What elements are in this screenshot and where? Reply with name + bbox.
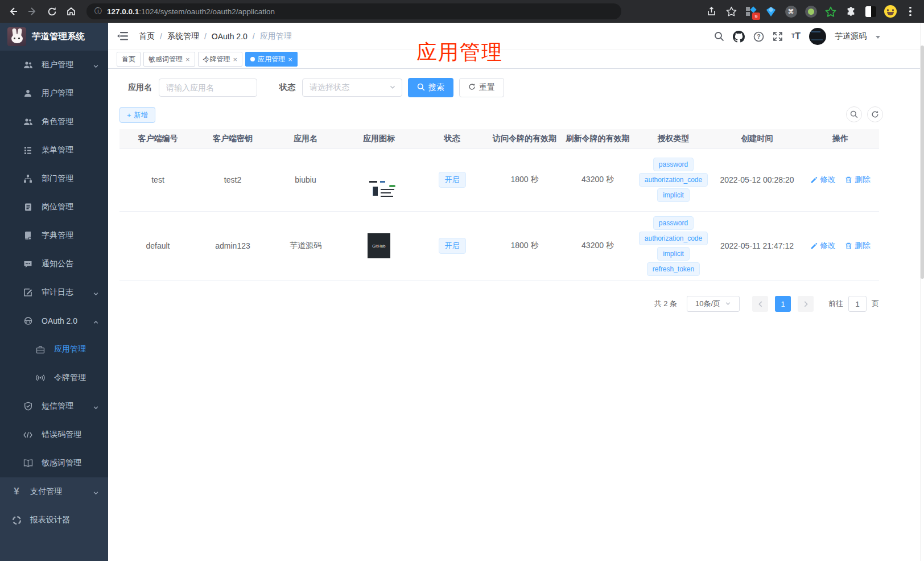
refresh-table-button[interactable] bbox=[867, 106, 883, 122]
sidebar-item-menu[interactable]: 菜单管理 bbox=[0, 136, 108, 164]
sidebar-item-audit[interactable]: 审计日志 bbox=[0, 278, 108, 307]
sidebar-item-dept[interactable]: 部门管理 bbox=[0, 164, 108, 193]
chevron-down-icon[interactable] bbox=[875, 31, 881, 42]
font-size-icon[interactable]: TT bbox=[791, 32, 801, 41]
sidebar-item-label: 通知公告 bbox=[42, 259, 73, 269]
edit-pencil-icon bbox=[810, 242, 818, 250]
edit-link[interactable]: 修改 bbox=[810, 241, 836, 251]
tag-home[interactable]: 首页 bbox=[117, 52, 141, 67]
sidebar-item-report-designer[interactable]: 报表设计器 bbox=[0, 506, 108, 534]
sidebar-item-pay[interactable]: ¥ 支付管理 bbox=[0, 477, 108, 506]
edit-link[interactable]: 修改 bbox=[810, 175, 836, 185]
grant-tag: refresh_token bbox=[647, 262, 700, 276]
breadcrumb-home[interactable]: 首页 bbox=[139, 31, 155, 42]
delete-link[interactable]: 删除 bbox=[845, 175, 871, 185]
delete-link[interactable]: 删除 bbox=[845, 241, 871, 251]
grant-tag: implicit bbox=[657, 247, 690, 261]
vue-devtools-gem-icon[interactable] bbox=[763, 3, 779, 19]
help-icon[interactable]: ? bbox=[753, 31, 764, 42]
app-name-input[interactable] bbox=[159, 79, 257, 97]
next-page-button[interactable] bbox=[798, 296, 814, 312]
user-name[interactable]: 芋道源码 bbox=[835, 31, 867, 42]
col-refresh-validity: 刷新令牌的有效期 bbox=[561, 129, 634, 148]
tag-application-active[interactable]: 应用管理 × bbox=[245, 52, 298, 67]
sidebar-item-dict[interactable]: 字典管理 bbox=[0, 221, 108, 250]
command-extension-icon[interactable]: ⌘ bbox=[783, 3, 799, 19]
recorder-extension-icon[interactable] bbox=[803, 3, 819, 19]
page-size-select[interactable]: 10条/页 bbox=[687, 296, 740, 312]
goto-label: 前往 bbox=[828, 299, 843, 309]
extension-grid-icon[interactable]: 9 bbox=[743, 3, 759, 19]
green-star-extension-icon[interactable] bbox=[823, 3, 839, 19]
notice-message-icon bbox=[23, 259, 33, 269]
browser-back-icon[interactable] bbox=[3, 3, 23, 19]
col-app-icon: 应用图标 bbox=[342, 129, 416, 148]
sidebar-item-user[interactable]: 用户管理 bbox=[0, 79, 108, 108]
col-access-validity: 访问令牌的有效期 bbox=[488, 129, 561, 148]
tenant-users-icon bbox=[23, 60, 33, 70]
fullscreen-icon[interactable] bbox=[773, 31, 783, 42]
trash-icon bbox=[845, 242, 852, 250]
trash-icon bbox=[845, 176, 852, 184]
sidebar-item-oauth-token[interactable]: 令牌管理 bbox=[0, 364, 108, 392]
status-select[interactable]: 请选择状态 bbox=[302, 79, 402, 97]
site-info-icon[interactable]: ⓘ bbox=[94, 6, 102, 16]
cell-client-id: test bbox=[119, 148, 196, 211]
grant-tag: password bbox=[653, 158, 694, 171]
sidebar-item-tenant[interactable]: 租户管理 bbox=[0, 51, 108, 79]
sidebar-item-notice[interactable]: 通知公告 bbox=[0, 250, 108, 278]
cell-actions: 修改 删除 bbox=[802, 211, 879, 280]
dark-mode-extension-icon[interactable] bbox=[863, 3, 878, 19]
goto-page-input[interactable] bbox=[848, 296, 867, 312]
browser-reload-icon[interactable] bbox=[42, 3, 61, 19]
page-number-current[interactable]: 1 bbox=[775, 296, 791, 312]
search-button[interactable]: 搜索 bbox=[408, 78, 453, 97]
grant-tag: authorization_code bbox=[639, 232, 708, 245]
close-icon[interactable]: × bbox=[233, 56, 238, 63]
browser-menu-icon[interactable] bbox=[902, 3, 918, 19]
browser-home-icon[interactable] bbox=[61, 3, 81, 19]
close-icon[interactable]: × bbox=[185, 56, 190, 63]
sidebar-item-sensitive[interactable]: 敏感词管理 bbox=[0, 449, 108, 477]
search-icon[interactable] bbox=[714, 31, 724, 42]
chevron-down-icon bbox=[93, 403, 99, 412]
grant-tag: implicit bbox=[657, 188, 690, 202]
sidebar-item-post[interactable]: 岗位管理 bbox=[0, 193, 108, 221]
cell-grant-types: password authorization_code implicit ref… bbox=[634, 211, 712, 280]
page-scrollbar[interactable] bbox=[920, 23, 924, 561]
sidebar-item-errorcode[interactable]: 错误码管理 bbox=[0, 420, 108, 449]
profile-emoji-avatar[interactable] bbox=[882, 3, 898, 19]
app-logo[interactable]: 芋道管理系统 bbox=[0, 23, 108, 51]
table-row: default admin123 芋道源码 GitHub 开启 1800 秒 4… bbox=[119, 211, 879, 280]
user-avatar[interactable] bbox=[809, 28, 826, 45]
col-status: 状态 bbox=[416, 129, 488, 148]
sidebar-item-role[interactable]: 角色管理 bbox=[0, 108, 108, 136]
bookmark-star-icon[interactable] bbox=[723, 3, 739, 19]
share-icon[interactable] bbox=[703, 3, 719, 19]
col-client-id: 客户端编号 bbox=[119, 129, 196, 148]
sidebar-item-oauth-application[interactable]: 应用管理 bbox=[0, 335, 108, 364]
close-icon[interactable]: × bbox=[288, 56, 292, 63]
extensions-puzzle-icon[interactable] bbox=[843, 3, 859, 19]
sidebar-collapse-icon[interactable] bbox=[117, 31, 129, 41]
app-icon-github-thumbnail: GitHub bbox=[368, 233, 390, 258]
github-icon[interactable] bbox=[733, 31, 745, 43]
toggle-search-button[interactable] bbox=[846, 106, 862, 122]
cell-created-at: 2022-05-11 21:47:12 bbox=[712, 211, 802, 280]
add-button[interactable]: + 新增 bbox=[119, 107, 155, 123]
prev-page-button[interactable] bbox=[752, 296, 768, 312]
browser-forward-icon[interactable] bbox=[23, 3, 42, 19]
top-navbar: 首页 / 系统管理 / OAuth 2.0 / 应用管理 ? TT 芋道源码 bbox=[108, 23, 924, 50]
url-bar[interactable]: ⓘ 127.0.0.1:1024/system/oauth2/oauth2/ap… bbox=[86, 3, 621, 19]
logo-rabbit-avatar bbox=[7, 27, 26, 46]
scrollbar-thumb[interactable] bbox=[921, 46, 924, 279]
tag-sensitive-word[interactable]: 敏感词管理 × bbox=[143, 52, 195, 67]
sidebar-item-sms[interactable]: 短信管理 bbox=[0, 392, 108, 420]
sidebar-item-oauth[interactable]: OAuth 2.0 bbox=[0, 307, 108, 335]
reset-button[interactable]: 重置 bbox=[459, 78, 504, 97]
sensitive-word-icon bbox=[23, 458, 33, 468]
cell-client-id: default bbox=[119, 211, 196, 280]
tag-token[interactable]: 令牌管理 × bbox=[198, 52, 243, 67]
breadcrumb-system[interactable]: 系统管理 bbox=[167, 31, 199, 42]
breadcrumb-oauth[interactable]: OAuth 2.0 bbox=[212, 32, 248, 41]
